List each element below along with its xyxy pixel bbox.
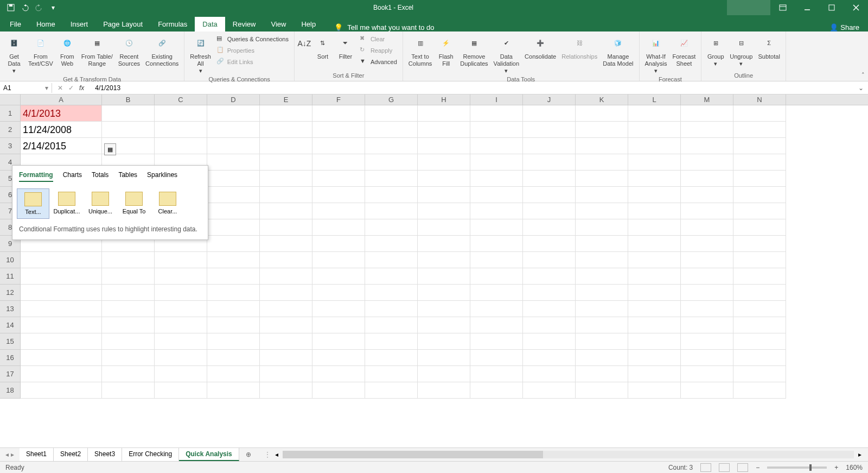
name-box[interactable]: A1▾	[0, 83, 52, 93]
cell-D6[interactable]	[207, 187, 260, 203]
sheet-tab-sheet1[interactable]: Sheet1	[20, 448, 54, 461]
tab-help[interactable]: Help	[293, 17, 323, 31]
cell-L7[interactable]	[628, 203, 681, 219]
cell-G17[interactable]	[365, 366, 418, 382]
cell-D9[interactable]	[207, 236, 260, 252]
existing-connections-button[interactable]: 🔗Existing Connections	[143, 34, 181, 68]
cell-K10[interactable]	[576, 252, 628, 268]
cell-E11[interactable]	[260, 268, 312, 285]
cell-F11[interactable]	[312, 268, 365, 285]
cell-K1[interactable]	[576, 105, 628, 122]
cell-H7[interactable]	[418, 203, 470, 219]
cell-G7[interactable]	[365, 203, 418, 219]
ribbon-display-icon[interactable]	[770, 0, 795, 15]
cell-D12[interactable]	[207, 285, 260, 301]
reapply-button[interactable]: ↻Reapply	[358, 45, 399, 56]
cell-J7[interactable]	[523, 203, 576, 219]
cell-F14[interactable]	[312, 317, 365, 333]
cell-G14[interactable]	[365, 317, 418, 333]
clear-button[interactable]: ✖Clear	[358, 34, 399, 45]
cell-K9[interactable]	[576, 236, 628, 252]
cell-L13[interactable]	[628, 301, 681, 317]
qa-tab-tables[interactable]: Tables	[118, 171, 137, 182]
share-button[interactable]: 👤 Share	[829, 23, 859, 31]
cell-C18[interactable]	[155, 382, 207, 399]
cell-J5[interactable]	[523, 171, 576, 187]
cell-K11[interactable]	[576, 268, 628, 285]
tab-page-layout[interactable]: Page Layout	[95, 17, 150, 31]
cell-H4[interactable]	[418, 154, 470, 171]
recent-sources-button[interactable]: 🕓Recent Sources	[116, 34, 142, 68]
cell-B11[interactable]	[102, 268, 155, 285]
cell-E6[interactable]	[260, 187, 312, 203]
cell-E12[interactable]	[260, 285, 312, 301]
cell-J1[interactable]	[523, 105, 576, 122]
cell-J16[interactable]	[523, 350, 576, 366]
collapse-ribbon-icon[interactable]: ˄	[861, 72, 865, 79]
cell-H5[interactable]	[418, 171, 470, 187]
cell-D15[interactable]	[207, 333, 260, 350]
cell-K15[interactable]	[576, 333, 628, 350]
cell-G8[interactable]	[365, 219, 418, 236]
cell-L14[interactable]	[628, 317, 681, 333]
cell-C1[interactable]	[155, 105, 207, 122]
cell-N1[interactable]	[733, 105, 786, 122]
expand-formula-bar-icon[interactable]: ⌄	[858, 84, 868, 92]
cell-J6[interactable]	[523, 187, 576, 203]
cell-M4[interactable]	[681, 154, 733, 171]
row-header-14[interactable]: 14	[0, 317, 21, 333]
cell-E18[interactable]	[260, 382, 312, 399]
cell-J11[interactable]	[523, 268, 576, 285]
column-header-F[interactable]: F	[312, 94, 365, 105]
cell-F3[interactable]	[312, 138, 365, 154]
cell-I18[interactable]	[470, 382, 523, 399]
queries-connections-button[interactable]: ▤Queries & Connections	[214, 34, 291, 45]
cell-M13[interactable]	[681, 301, 733, 317]
redo-icon[interactable]	[33, 1, 46, 14]
cell-D16[interactable]	[207, 350, 260, 366]
cell-F4[interactable]	[312, 154, 365, 171]
cell-I13[interactable]	[470, 301, 523, 317]
cell-N10[interactable]	[733, 252, 786, 268]
cell-C16[interactable]	[155, 350, 207, 366]
cell-J12[interactable]	[523, 285, 576, 301]
cell-L2[interactable]	[628, 122, 681, 138]
cell-L3[interactable]	[628, 138, 681, 154]
cell-A15[interactable]	[21, 333, 102, 350]
cell-B15[interactable]	[102, 333, 155, 350]
cell-I16[interactable]	[470, 350, 523, 366]
cell-J4[interactable]	[523, 154, 576, 171]
cell-H8[interactable]	[418, 219, 470, 236]
from-web-button[interactable]: 🌐From Web	[56, 34, 78, 68]
cell-H3[interactable]	[418, 138, 470, 154]
cell-J13[interactable]	[523, 301, 576, 317]
cell-I5[interactable]	[470, 171, 523, 187]
cell-M10[interactable]	[681, 252, 733, 268]
cell-M1[interactable]	[681, 105, 733, 122]
cell-K7[interactable]	[576, 203, 628, 219]
cell-N13[interactable]	[733, 301, 786, 317]
cell-N9[interactable]	[733, 236, 786, 252]
cell-K17[interactable]	[576, 366, 628, 382]
cell-J9[interactable]	[523, 236, 576, 252]
consolidate-button[interactable]: ➕Consolidate	[522, 34, 558, 61]
zoom-slider[interactable]	[767, 466, 827, 469]
qa-option-duplicat[interactable]: Duplicat...	[50, 188, 83, 219]
cancel-icon[interactable]: ✕	[58, 84, 63, 92]
row-header-10[interactable]: 10	[0, 252, 21, 268]
cell-G6[interactable]	[365, 187, 418, 203]
cell-E15[interactable]	[260, 333, 312, 350]
cell-L16[interactable]	[628, 350, 681, 366]
cell-C12[interactable]	[155, 285, 207, 301]
cell-I7[interactable]	[470, 203, 523, 219]
cell-N5[interactable]	[733, 171, 786, 187]
cell-A14[interactable]	[21, 317, 102, 333]
cell-M14[interactable]	[681, 317, 733, 333]
close-icon[interactable]	[844, 0, 868, 15]
cell-J2[interactable]	[523, 122, 576, 138]
cell-H10[interactable]	[418, 252, 470, 268]
cell-M3[interactable]	[681, 138, 733, 154]
cell-F10[interactable]	[312, 252, 365, 268]
cell-C11[interactable]	[155, 268, 207, 285]
cell-L11[interactable]	[628, 268, 681, 285]
